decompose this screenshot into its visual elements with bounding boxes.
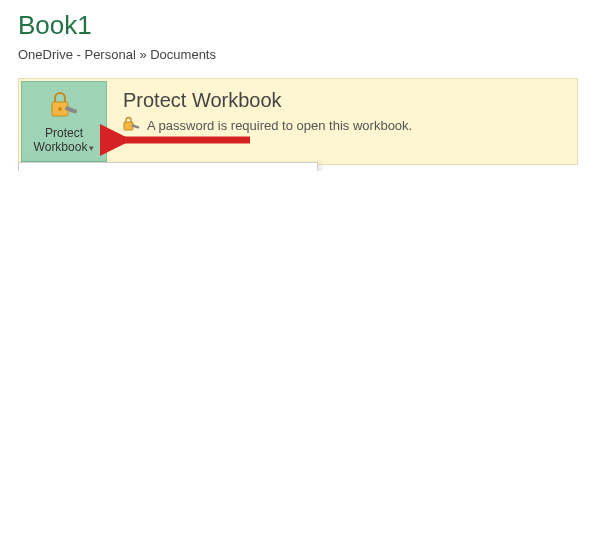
chevron-down-icon: ▾	[89, 143, 94, 153]
protect-workbook-menu: Mark as Final Let readers know the workb…	[18, 162, 318, 171]
protect-workbook-button[interactable]: Protect Workbook▾	[21, 81, 107, 162]
svg-point-1	[58, 107, 62, 111]
protect-workbook-banner: Protect Workbook▾ Protect Workbook A pas…	[18, 78, 578, 165]
protect-button-label: Protect Workbook▾	[24, 126, 104, 155]
menu-item-mark-as-final[interactable]: Mark as Final Let readers know the workb…	[19, 163, 317, 171]
banner-title: Protect Workbook	[123, 89, 563, 112]
lock-key-icon	[48, 88, 80, 122]
breadcrumb: OneDrive - Personal » Documents	[18, 47, 589, 62]
workbook-title: Book1	[18, 10, 589, 41]
lock-key-small-icon	[123, 116, 141, 135]
banner-description: A password is required to open this work…	[123, 116, 563, 135]
